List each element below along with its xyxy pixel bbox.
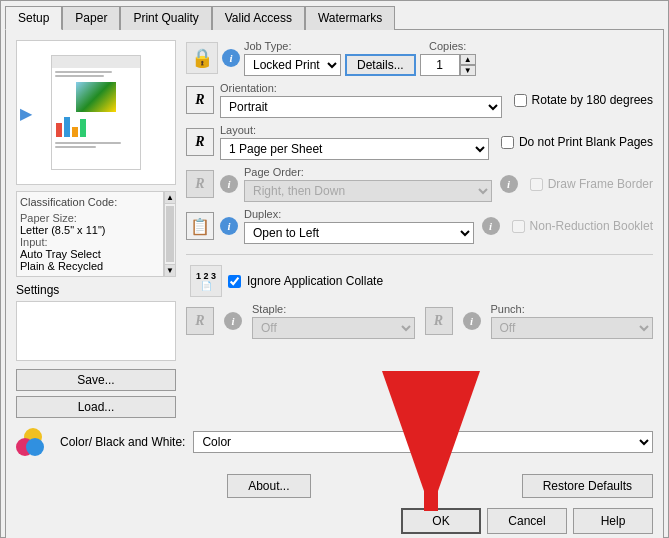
preview-panel: ▶: [16, 40, 176, 418]
tab-watermarks[interactable]: Watermarks: [305, 6, 395, 30]
job-type-select[interactable]: Locked Print: [244, 54, 341, 76]
about-button[interactable]: About...: [227, 474, 310, 498]
tab-setup[interactable]: Setup: [5, 6, 62, 30]
scroll-up-btn[interactable]: ▲: [165, 192, 175, 204]
content-area: ▶: [5, 29, 664, 538]
duplex-col: Duplex: Open to Left: [244, 208, 474, 244]
controls-area: 🔒 i Job Type: Locked Print Details...: [186, 40, 653, 418]
draw-frame-checkbox[interactable]: [530, 178, 543, 191]
ok-button[interactable]: OK: [401, 508, 481, 534]
preview-page: [51, 55, 141, 170]
job-type-label: Job Type:: [244, 40, 416, 52]
ignore-collate-checkbox[interactable]: [228, 275, 241, 288]
duplex-label: Duplex:: [244, 208, 474, 220]
cancel-button[interactable]: Cancel: [487, 508, 567, 534]
punch-info-icon[interactable]: i: [463, 312, 481, 330]
scroll-down-btn[interactable]: ▼: [165, 264, 175, 276]
top-section: ▶: [16, 40, 653, 418]
duplex-info-icon[interactable]: i: [220, 217, 238, 235]
scroll-thumb: [166, 206, 174, 262]
copies-input[interactable]: 1: [420, 54, 460, 76]
orientation-row: R Orientation: Portrait Rotate by 180 de…: [186, 82, 653, 118]
staple-label: Staple:: [252, 303, 415, 315]
orientation-select[interactable]: Portrait: [220, 96, 502, 118]
copies-section: Copies: 1 ▲ ▼: [420, 40, 476, 76]
chart-bar: [56, 123, 62, 137]
preview-arrow-icon: ▶: [20, 103, 32, 122]
footer-bottom-row: OK Cancel Help: [16, 506, 653, 536]
page-order-select[interactable]: Right, then Down: [244, 180, 492, 202]
settings-buttons: Save... Load...: [16, 369, 176, 418]
color-section: Color/ Black and White: Color: [16, 424, 653, 460]
paper-size-label: Paper Size:: [20, 212, 160, 224]
copies-input-row: 1 ▲ ▼: [420, 54, 476, 76]
preview-lines-bottom: [52, 139, 140, 151]
layout-icon: R: [186, 128, 214, 156]
staple-info-icon[interactable]: i: [224, 312, 242, 330]
paper-size-value: Letter (8.5" x 11"): [20, 224, 160, 236]
color-label: Color/ Black and White:: [60, 435, 185, 449]
footer-top-row: About... Restore Defaults: [16, 472, 653, 500]
copies-up-btn[interactable]: ▲: [460, 54, 476, 65]
chart-bar: [72, 127, 78, 137]
no-blank-checkbox[interactable]: [501, 136, 514, 149]
page-order-col: Page Order: Right, then Down: [244, 166, 492, 202]
tab-valid-access[interactable]: Valid Access: [212, 6, 305, 30]
punch-select[interactable]: Off: [491, 317, 654, 339]
color-select[interactable]: Color: [193, 431, 653, 453]
preview-lines: [52, 68, 140, 80]
job-type-col: 🔒 i Job Type: Locked Print Details...: [186, 40, 476, 76]
draw-frame-checkbox-item: Draw Frame Border: [530, 177, 653, 191]
page-order-info-icon[interactable]: i: [220, 175, 238, 193]
punch-icon: R: [425, 307, 453, 335]
page-order-info2-icon[interactable]: i: [500, 175, 518, 193]
details-button[interactable]: Details...: [345, 54, 416, 76]
orientation-col: Orientation: Portrait: [220, 82, 502, 118]
duplex-info2-icon[interactable]: i: [482, 217, 500, 235]
punch-label: Punch:: [491, 303, 654, 315]
preview-line: [55, 142, 121, 144]
non-reduction-label: Non-Reduction Booklet: [530, 219, 653, 233]
lock-icon: 🔒: [186, 42, 218, 74]
restore-defaults-button[interactable]: Restore Defaults: [522, 474, 653, 498]
tab-paper[interactable]: Paper: [62, 6, 120, 30]
info-scrollbar[interactable]: ▲ ▼: [164, 191, 176, 277]
page-order-icon: R: [186, 170, 214, 198]
rotate-checkbox[interactable]: [514, 94, 527, 107]
draw-frame-label: Draw Frame Border: [548, 177, 653, 191]
staple-col: Staple: Off: [252, 303, 415, 339]
color-circle-cyan: [26, 438, 44, 456]
no-blank-label: Do not Print Blank Pages: [519, 135, 653, 149]
job-type-info-icon[interactable]: i: [222, 49, 240, 67]
layout-label: Layout:: [220, 124, 489, 136]
settings-label: Settings: [16, 283, 176, 297]
tab-print-quality[interactable]: Print Quality: [120, 6, 211, 30]
info-panel: Classification Code: Paper Size: Letter …: [16, 191, 164, 277]
save-button[interactable]: Save...: [16, 369, 176, 391]
chart-bar: [80, 119, 86, 137]
no-blank-checkbox-item: Do not Print Blank Pages: [501, 135, 653, 149]
separator-1: [186, 254, 653, 255]
preview-image: [76, 82, 116, 112]
preview-line: [55, 75, 104, 77]
help-button[interactable]: Help: [573, 508, 653, 534]
collate-icon: 1 2 3 📄: [190, 265, 222, 297]
load-button[interactable]: Load...: [16, 396, 176, 418]
duplex-select[interactable]: Open to Left: [244, 222, 474, 244]
punch-col: Punch: Off: [491, 303, 654, 339]
staple-punch-row: R i Staple: Off R i Punch:: [186, 303, 653, 339]
staple-select[interactable]: Off: [252, 317, 415, 339]
staple-icon: R: [186, 307, 214, 335]
copies-label: Copies:: [429, 40, 466, 52]
color-icon: [16, 428, 44, 456]
info-scroll-area: Classification Code: Paper Size: Letter …: [16, 191, 176, 277]
settings-box: [16, 301, 176, 361]
input-value: Auto Tray Select: [20, 248, 160, 260]
preview-box: ▶: [16, 40, 176, 185]
duplex-checkboxes: Non-Reduction Booklet: [512, 219, 653, 233]
duplex-icon: 📋: [186, 212, 214, 240]
non-reduction-checkbox[interactable]: [512, 220, 525, 233]
layout-select[interactable]: 1 Page per Sheet: [220, 138, 489, 160]
copies-down-btn[interactable]: ▼: [460, 65, 476, 76]
layout-checkboxes: Do not Print Blank Pages: [501, 135, 653, 149]
